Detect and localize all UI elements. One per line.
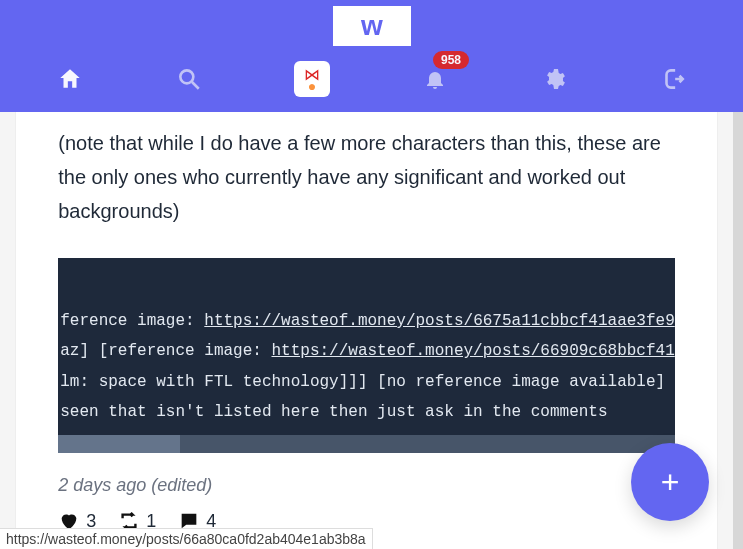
page-scrollbar[interactable]: [733, 112, 743, 549]
code-block: ference image: https://wasteof.money/pos…: [58, 258, 675, 453]
nav-bar: ⋈ ● 958: [0, 46, 743, 112]
new-post-button[interactable]: +: [631, 443, 709, 521]
post-card: (note that while I do have a few more ch…: [15, 112, 718, 549]
content-area: (note that while I do have a few more ch…: [0, 112, 733, 549]
post-body-text: (note that while I do have a few more ch…: [58, 112, 675, 228]
top-header: w ⋈ ● 958: [0, 0, 743, 112]
logo[interactable]: w: [333, 6, 411, 46]
code-link-1[interactable]: https://wasteof.money/posts/6675a11cbbcf…: [204, 312, 674, 330]
search-icon[interactable]: [175, 65, 203, 93]
browser-status-bar: https://wasteof.money/posts/66a80ca0fd2a…: [0, 528, 373, 549]
notification-badge: 958: [433, 51, 469, 69]
code-scrollbar-thumb[interactable]: [58, 435, 180, 453]
explore-tab[interactable]: ⋈ ●: [294, 61, 330, 97]
code-scrollbar[interactable]: [58, 435, 675, 453]
code-link-2[interactable]: https://wasteof.money/posts/66909c68bbcf…: [271, 342, 674, 360]
home-icon[interactable]: [56, 65, 84, 93]
settings-icon[interactable]: [540, 65, 568, 93]
logout-icon[interactable]: [659, 65, 687, 93]
post-timestamp: 2 days ago (edited): [58, 475, 675, 496]
notifications-icon[interactable]: 958: [421, 65, 449, 93]
